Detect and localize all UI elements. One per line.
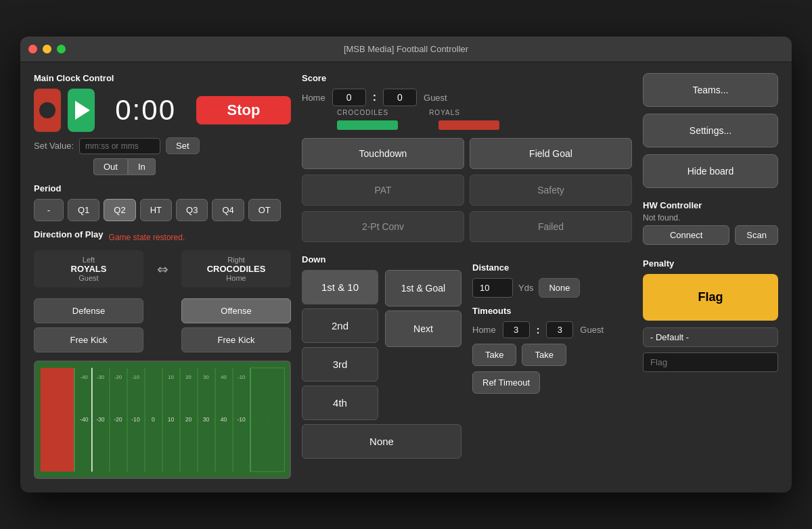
minimize-button[interactable]	[43, 45, 51, 53]
none-down-button[interactable]: None	[302, 424, 461, 459]
period-buttons: - Q1 Q2 HT Q3 Q4 OT	[34, 199, 291, 221]
left-role: Guest	[39, 274, 138, 282]
guest-take-button[interactable]: Take	[522, 344, 566, 366]
period-q4[interactable]: Q4	[212, 199, 244, 221]
score-section: Score Home : Guest CROCODILES ROYALS	[302, 73, 632, 248]
in-button[interactable]: In	[128, 158, 156, 175]
3rd-button[interactable]: 3rd	[302, 347, 378, 382]
connect-button[interactable]: Connect	[643, 225, 729, 245]
2nd-button[interactable]: 2nd	[302, 308, 378, 343]
set-button[interactable]: Set	[166, 137, 200, 154]
swap-icon[interactable]: ⇔	[149, 261, 176, 277]
home-timeout-label: Home	[472, 325, 496, 335]
teams-button[interactable]: Teams...	[643, 73, 778, 107]
pat-button[interactable]: PAT	[302, 175, 464, 206]
down-buttons-left: 1st & 10 2nd 3rd 4th	[302, 270, 378, 420]
svg-text:30: 30	[203, 416, 210, 423]
out-button[interactable]: Out	[93, 158, 128, 175]
distance-input[interactable]	[472, 278, 513, 298]
defense-button[interactable]: Defense	[34, 298, 143, 323]
period-ht[interactable]: HT	[140, 199, 172, 221]
field-svg: -40 -30 -20 -10 0 10 20 30 40 -10 -40 -3…	[35, 362, 290, 478]
touchdown-button[interactable]: Touchdown	[302, 138, 464, 169]
home-timeout-input[interactable]	[503, 321, 530, 338]
record-button[interactable]	[34, 89, 61, 132]
svg-text:-20: -20	[114, 416, 122, 423]
svg-text:-40: -40	[80, 416, 89, 423]
free-kick-right-button[interactable]: Free Kick	[181, 327, 291, 352]
ref-timeout-button[interactable]: Ref Timeout	[472, 371, 540, 394]
close-button[interactable]	[28, 45, 37, 53]
set-value-input[interactable]	[79, 138, 160, 154]
offense-button[interactable]: Offense	[181, 298, 291, 323]
window-title: [MSB Media] Football Controller	[344, 44, 468, 54]
guest-team-name: ROYALS	[429, 109, 460, 116]
penalty-flag-input[interactable]	[643, 352, 778, 372]
svg-text:-10: -10	[238, 374, 245, 380]
penalty-select[interactable]: - Default -	[643, 327, 778, 347]
home-score-input[interactable]	[332, 89, 366, 106]
timeout-colon: :	[537, 325, 540, 336]
down-buttons-right: 1st & Goal Next	[385, 270, 461, 420]
left-side-panel: Left ROYALS Guest	[34, 250, 143, 288]
two-pt-conv-button[interactable]: 2-Pt Conv	[302, 211, 464, 242]
maximize-button[interactable]	[57, 45, 66, 53]
direction-grid: Left ROYALS Guest ⇔ Right CROCODILES Hom…	[34, 250, 291, 288]
play-button[interactable]	[68, 89, 95, 132]
clock-section: Main Clock Control 0:00 Stop Set Value: …	[34, 73, 291, 175]
distance-row: Yds None	[472, 278, 632, 298]
svg-text:30: 30	[203, 374, 209, 380]
svg-text:40: 40	[221, 374, 227, 380]
svg-text:-20: -20	[114, 374, 122, 380]
svg-text:-10: -10	[132, 374, 139, 380]
period-q2[interactable]: Q2	[104, 199, 135, 221]
4th-button[interactable]: 4th	[302, 386, 378, 420]
yds-label: Yds	[518, 283, 533, 293]
period-label: Period	[34, 183, 291, 193]
flag-button[interactable]: Flag	[643, 274, 778, 321]
safety-button[interactable]: Safety	[470, 175, 632, 206]
timeouts-label: Timeouts	[472, 306, 632, 316]
score-colon: :	[373, 91, 376, 104]
period-q3[interactable]: Q3	[176, 199, 208, 221]
distance-timeouts-col: Distance Yds None Timeouts Home	[472, 254, 632, 459]
home-take-button[interactable]: Take	[472, 344, 516, 366]
none-distance-button[interactable]: None	[539, 278, 580, 298]
guest-score-input[interactable]	[383, 89, 417, 106]
scan-button[interactable]: Scan	[735, 225, 778, 245]
svg-rect-1	[41, 368, 74, 472]
field-container: -40 -30 -20 -10 0 10 20 30 40 -10 -40 -3…	[34, 361, 291, 479]
1st-goal-button[interactable]: 1st & Goal	[385, 270, 461, 306]
clock-display: 0:00	[115, 94, 176, 127]
left-panel: Main Clock Control 0:00 Stop Set Value: …	[34, 73, 291, 479]
home-label: Home	[302, 93, 325, 103]
1st-10-button[interactable]: 1st & 10	[302, 270, 378, 304]
traffic-lights	[28, 45, 66, 53]
timeouts-row: Home : Guest	[472, 321, 632, 338]
stop-button[interactable]: Stop	[196, 96, 291, 124]
period-minus[interactable]: -	[34, 199, 64, 221]
hide-board-button[interactable]: Hide board	[643, 154, 778, 188]
field-goal-button[interactable]: Field Goal	[470, 138, 632, 169]
next-button[interactable]: Next	[385, 310, 461, 347]
settings-button[interactable]: Settings...	[643, 114, 778, 147]
svg-text:-10: -10	[131, 416, 140, 423]
set-value-row: Set Value: Set	[34, 137, 291, 154]
right-dir-buttons: Offense Free Kick	[181, 298, 291, 352]
svg-text:0: 0	[152, 416, 155, 423]
distance-section: Distance Yds None	[472, 262, 632, 298]
svg-text:40: 40	[221, 416, 227, 423]
period-q1[interactable]: Q1	[68, 199, 99, 221]
hw-status: Not found.	[643, 213, 778, 223]
clock-section-label: Main Clock Control	[34, 73, 291, 83]
score-section-label: Score	[302, 73, 632, 83]
set-value-label: Set Value:	[34, 141, 74, 151]
svg-text:10: 10	[168, 416, 175, 423]
guest-timeout-input[interactable]	[546, 321, 573, 338]
svg-rect-2	[250, 368, 284, 472]
period-ot[interactable]: OT	[248, 199, 281, 221]
svg-text:10: 10	[168, 374, 174, 380]
failed-button[interactable]: Failed	[470, 211, 632, 242]
free-kick-left-button[interactable]: Free Kick	[34, 327, 143, 352]
game-state-message: Game state restored.	[109, 233, 185, 242]
